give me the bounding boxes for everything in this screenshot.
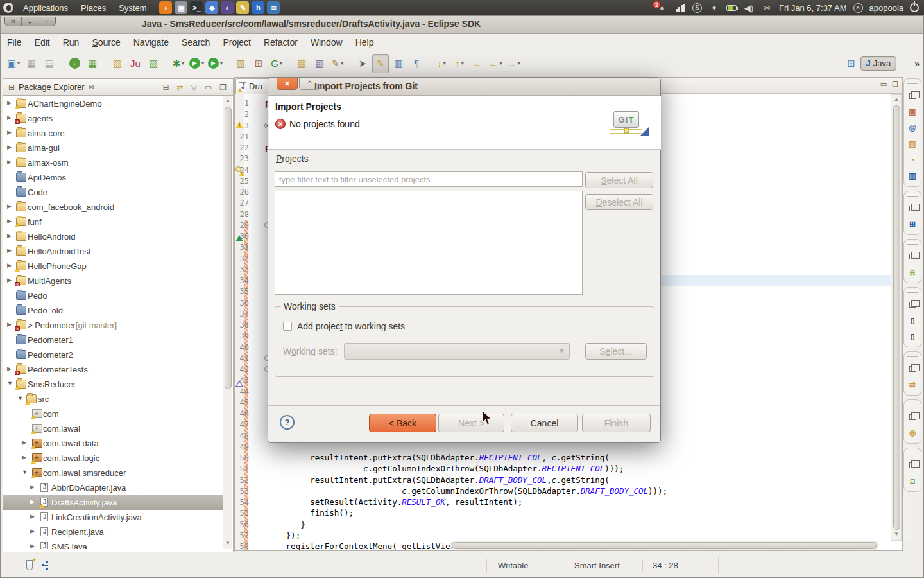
tree-item-pedo[interactable]: Pedo	[3, 288, 223, 303]
help-button[interactable]: ?	[280, 415, 295, 430]
menu-source[interactable]: Source	[85, 35, 126, 49]
project-filter-input[interactable]: type filter text to filter unselected pr…	[275, 171, 583, 187]
collapsed-arrow-icon[interactable]: ▶	[30, 543, 35, 549]
collapsed-arrow-icon[interactable]: ▶	[30, 528, 35, 534]
open-perspective-button[interactable]: ⊞	[843, 54, 860, 73]
eclipse-launcher-icon[interactable]: ◐	[221, 1, 234, 14]
restore-icon[interactable]	[907, 203, 918, 213]
skype-icon[interactable]: S	[692, 3, 702, 13]
open-resource-button[interactable]: ▧	[293, 54, 310, 73]
package-explorer-title[interactable]: Package Explorer	[19, 82, 85, 92]
devices-icon[interactable]: ▯	[907, 315, 918, 326]
forward-button[interactable]: →▾	[505, 54, 522, 73]
outline-icon[interactable]: ⊞	[907, 219, 918, 229]
import-wizard-button[interactable]: ▨	[232, 54, 249, 73]
messaging-icon[interactable]: ●2	[656, 3, 668, 13]
restore-icon[interactable]	[907, 251, 918, 261]
new-wizard-button[interactable]: ▣▾	[5, 54, 22, 73]
emulator-control-icon[interactable]: ▯	[907, 331, 918, 342]
tree-item-draftsactivity-java[interactable]: ▶DraftsActivity.java	[3, 495, 223, 510]
view-close-icon[interactable]: ⊠	[89, 83, 94, 91]
user-menu[interactable]: apopoola	[869, 3, 904, 13]
javadoc-icon[interactable]: @	[907, 123, 918, 133]
coverage-button[interactable]: ⊞	[250, 54, 267, 73]
restore-icon[interactable]	[907, 412, 918, 422]
tree-item-multiagents[interactable]: ▶MultiAgents	[3, 274, 223, 288]
search-button[interactable]: ✎▾	[329, 54, 346, 73]
menu-help[interactable]: Help	[349, 35, 381, 49]
change-marker-icon[interactable]	[235, 233, 243, 241]
file-explorer-icon[interactable]: ⇄	[907, 380, 918, 390]
collapsed-arrow-icon[interactable]: ▶	[7, 247, 12, 254]
back-button[interactable]: ←▾	[487, 54, 504, 73]
expanded-arrow-icon[interactable]: ▼	[22, 469, 28, 475]
collapsed-arrow-icon[interactable]: ▶	[30, 498, 35, 505]
places-menu[interactable]: Places	[76, 2, 111, 14]
new-java-project-button[interactable]: ▧	[109, 54, 126, 73]
expanded-arrow-icon[interactable]: ▼	[17, 395, 23, 401]
menu-file[interactable]: File	[1, 35, 28, 49]
quickfix-bulb-icon[interactable]	[235, 166, 244, 175]
tree-item-helloandroid[interactable]: ▶HelloAndroid	[3, 229, 223, 244]
tree-item-src[interactable]: ▼src	[3, 392, 223, 407]
warning-marker-icon[interactable]	[235, 121, 244, 129]
cancel-button[interactable]: Cancel	[511, 414, 578, 432]
collapsed-arrow-icon[interactable]: ▶	[7, 129, 12, 136]
view-menu-icon[interactable]: ▽	[191, 83, 197, 92]
last-edit-button[interactable]: ←	[469, 54, 486, 73]
tree-item-com-lawal[interactable]: com.lawal	[3, 421, 223, 436]
editor-vscrollbar[interactable]: ▲ ▼	[891, 94, 902, 541]
distro-logo-icon[interactable]	[3, 2, 14, 13]
run-history-button[interactable]: ▶▾	[207, 54, 224, 73]
run-button[interactable]: ▶▾	[188, 54, 205, 73]
menu-navigate[interactable]: Navigate	[127, 35, 175, 49]
collapsed-arrow-icon[interactable]: ▶	[22, 454, 26, 460]
project-list[interactable]	[275, 191, 583, 295]
view-maximize-icon[interactable]: ❒	[219, 83, 227, 92]
history-icon[interactable]: ◔	[907, 155, 918, 165]
collapsed-arrow-icon[interactable]: ▶	[30, 484, 35, 490]
window-shade-button[interactable]: ⌄	[22, 17, 38, 26]
toolbar-overflow-chevron[interactable]: »	[914, 58, 920, 69]
menu-run[interactable]: Run	[56, 35, 86, 49]
android-icon[interactable]: ⍾	[907, 267, 918, 277]
collapsed-arrow-icon[interactable]: ▶	[7, 262, 12, 268]
tree-item-apidemos[interactable]: ApiDemos	[3, 170, 223, 185]
tree-item-com[interactable]: com	[3, 407, 223, 421]
tree-item-com-facebook-android[interactable]: ▶com_facebook_android	[3, 200, 223, 215]
tree-item-aimax-osm[interactable]: ▶aimax-osm	[3, 155, 223, 170]
next-annotation-button[interactable]: ↓▾	[433, 54, 450, 73]
android-sdk-manager-button[interactable]: ▦	[84, 54, 101, 73]
applications-menu[interactable]: Applications	[18, 2, 73, 14]
menu-refactor[interactable]: Refactor	[257, 35, 304, 49]
junit-button[interactable]: Ju	[127, 54, 144, 73]
restore-icon[interactable]	[907, 460, 918, 470]
show-whitespace-button[interactable]: ¶	[408, 54, 425, 73]
select-all-button[interactable]: Select All	[585, 172, 653, 188]
open-type-button[interactable]: ▧	[311, 54, 328, 73]
collapsed-arrow-icon[interactable]: ▶	[7, 321, 12, 328]
menu-search[interactable]: Search	[175, 35, 216, 49]
finish-button[interactable]: Finish	[582, 414, 651, 432]
power-icon[interactable]	[910, 3, 919, 12]
tree-item-achartenginedemo[interactable]: ▶AChartEngineDemo	[3, 96, 223, 111]
dropbox-icon[interactable]: ✦	[708, 3, 720, 13]
mark-occurrences-button[interactable]: ✎	[372, 54, 389, 73]
tree-item-com-lawal-logic[interactable]: ▶com.lawal.logic	[3, 451, 223, 466]
collapsed-arrow-icon[interactable]: ▶	[7, 144, 12, 150]
collapsed-arrow-icon[interactable]: ▶	[22, 439, 26, 446]
external-tools-button[interactable]: G▾	[268, 54, 285, 73]
tree-item--pedometer[interactable]: ▶> Pedometer [git master]	[3, 318, 223, 333]
writer-launcher-icon[interactable]: ≋	[267, 1, 280, 14]
print-button[interactable]: ▤	[41, 54, 58, 73]
new-android-project-button[interactable]: ▧	[145, 54, 162, 73]
working-sets-combo[interactable]	[344, 343, 570, 360]
deselect-all-button[interactable]: Deselect All	[585, 194, 653, 210]
restore-icon[interactable]	[907, 299, 918, 310]
expanded-arrow-icon[interactable]: ▼	[7, 380, 13, 387]
tree-item-agents[interactable]: ▶agents	[3, 111, 223, 126]
tree-scrollbar[interactable]: ▲ ▼	[223, 96, 232, 549]
collapsed-arrow-icon[interactable]: ▶	[7, 100, 12, 106]
show-source-button[interactable]: ▥	[390, 54, 407, 73]
menu-project[interactable]: Project	[216, 35, 257, 49]
